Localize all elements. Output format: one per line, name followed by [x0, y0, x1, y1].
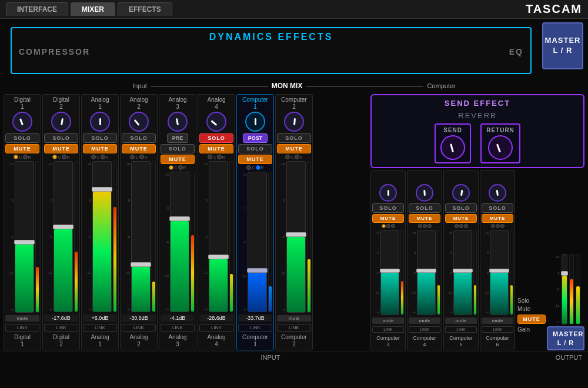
- solo-btn-computer3[interactable]: SOLO: [372, 203, 404, 213]
- meter-computer5: [473, 230, 477, 315]
- link-computer3[interactable]: LINK: [372, 326, 404, 333]
- channel-bottom-analog4: Analog4: [207, 334, 225, 348]
- fader-digital2[interactable]: [54, 161, 73, 312]
- mute-btn-computer4[interactable]: MUTE: [409, 214, 440, 223]
- db-label-digital1: mute: [5, 315, 39, 322]
- db-label-analog4: -28.6dB: [199, 315, 233, 322]
- link-computer5[interactable]: LINK: [445, 326, 477, 333]
- knob-digital1[interactable]: [12, 112, 32, 132]
- fader-computer1[interactable]: [248, 172, 267, 312]
- dynamics-panel: DYNAMICS EFFECTS COMPRESSOR EQ: [11, 27, 532, 74]
- return-label: RETURN: [486, 127, 514, 133]
- tab-effects[interactable]: EFFECTS: [118, 2, 172, 16]
- send-knob[interactable]: [440, 135, 465, 160]
- solo-btn-computer2[interactable]: SOLO: [277, 133, 311, 143]
- fader-digital1[interactable]: [15, 161, 34, 313]
- knob-analog3[interactable]: [168, 112, 188, 132]
- channel-strip-computer6: C6 SOLO MUTE +60-6-12∞: [480, 170, 515, 350]
- db-label-analog1: +6.0dB: [83, 315, 117, 322]
- master-lr-top[interactable]: MASTER L / R: [542, 22, 583, 69]
- knob-analog4[interactable]: [206, 112, 226, 132]
- link-computer6[interactable]: LINK: [482, 326, 513, 333]
- fader-analog2[interactable]: [131, 161, 151, 312]
- output-label: OUTPUT: [535, 354, 582, 361]
- knob-analog1[interactable]: [90, 112, 110, 132]
- master-output-column: +60-6-12∞ MASTER L / R: [547, 170, 584, 350]
- compressor-item[interactable]: COMPRESSOR: [19, 47, 90, 56]
- mute-btn-analog1[interactable]: MUTE: [83, 144, 117, 153]
- post-btn-computer1[interactable]: POST: [243, 133, 268, 143]
- fader-computer4[interactable]: [417, 230, 436, 315]
- mute-btn-analog4[interactable]: MUTE: [199, 144, 233, 153]
- mute-btn-digital1[interactable]: MUTE: [5, 144, 39, 153]
- channel-bottom-analog1: Analog1: [91, 334, 109, 348]
- meter-computer4: [437, 230, 440, 315]
- eq-item[interactable]: EQ: [509, 47, 523, 56]
- channel-strip-computer3: C3 SOLO MUTE +60-6-12∞: [370, 170, 406, 350]
- knob-digital2[interactable]: [51, 112, 71, 132]
- mute-btn-computer5[interactable]: MUTE: [445, 214, 477, 223]
- knob-computer5[interactable]: [452, 184, 470, 202]
- link-digital1[interactable]: LINK: [5, 324, 39, 332]
- solo-btn-analog1[interactable]: SOLO: [83, 133, 117, 143]
- channel-name-digital2: Digital2: [53, 96, 69, 111]
- fader-computer2[interactable]: [286, 161, 306, 313]
- solo-btn-computer5[interactable]: SOLO: [445, 203, 477, 213]
- solo-btn-computer4[interactable]: SOLO: [409, 203, 440, 213]
- channel-strip-digital2: Digital2 SOLO MUTE C R +60-6-12∞: [42, 94, 80, 350]
- top-bar: INTERFACE MIXER EFFECTS TASCAM: [0, 0, 588, 19]
- channel-bottom-computer4: Computer4: [413, 335, 436, 348]
- link-analog1[interactable]: LINK: [83, 324, 117, 332]
- send-effect-title: SEND EFFECT: [445, 99, 510, 108]
- mute-btn-computer1[interactable]: MUTE: [238, 155, 272, 164]
- link-computer2[interactable]: LINK: [277, 324, 311, 332]
- pre-btn-analog3[interactable]: PRE: [167, 133, 189, 143]
- knob-computer2[interactable]: [284, 112, 304, 132]
- channel-strip-computer4: C4 SOLO MUTE +60-6-12∞: [407, 170, 442, 350]
- solo-btn-computer1[interactable]: SOLO: [238, 144, 272, 153]
- db-label-computer4: mute: [409, 317, 440, 324]
- solo-btn-analog3[interactable]: SOLO: [161, 144, 195, 153]
- channel-bottom-computer3: Computer3: [376, 335, 400, 348]
- mute-btn-computer2[interactable]: MUTE: [277, 144, 311, 153]
- tab-mixer[interactable]: MIXER: [71, 2, 115, 16]
- link-computer4[interactable]: LINK: [409, 326, 440, 333]
- knob-computer6[interactable]: [489, 184, 506, 202]
- fader-computer5[interactable]: [453, 230, 472, 315]
- mute-right-btn[interactable]: MUTE: [517, 315, 546, 324]
- knob-computer3[interactable]: [379, 184, 397, 202]
- fader-analog1[interactable]: [92, 161, 112, 312]
- fader-analog3[interactable]: [170, 172, 189, 312]
- knob-analog2[interactable]: [129, 112, 149, 132]
- solo-btn-analog2[interactable]: SOLO: [122, 133, 156, 143]
- fader-computer6[interactable]: [490, 230, 509, 315]
- master-lr-output-btn[interactable]: MASTER L / R: [547, 326, 584, 350]
- master-fader-l[interactable]: [562, 254, 567, 325]
- solo-btn-computer6[interactable]: SOLO: [482, 203, 513, 213]
- channel-strip-computer2: Computer2 SOLO MUTE C R +60-6-12∞: [275, 94, 313, 350]
- mute-btn-analog3[interactable]: MUTE: [161, 155, 195, 164]
- knob-computer1[interactable]: [245, 112, 265, 132]
- return-knob[interactable]: [488, 135, 513, 160]
- link-computer1[interactable]: LINK: [238, 324, 272, 332]
- solo-btn-analog4[interactable]: SOLO: [199, 133, 233, 143]
- fader-analog4[interactable]: [209, 161, 228, 312]
- mute-btn-computer6[interactable]: MUTE: [482, 214, 513, 223]
- meter-analog2: [152, 161, 156, 312]
- knob-computer4[interactable]: [416, 184, 433, 202]
- fader-computer3[interactable]: [380, 230, 399, 315]
- channel-bottom-computer5: Computer5: [449, 335, 473, 348]
- mute-btn-digital2[interactable]: MUTE: [44, 144, 78, 153]
- dynamics-title: DYNAMICS EFFECTS: [19, 32, 523, 42]
- link-analog3[interactable]: LINK: [161, 324, 195, 332]
- link-analog4[interactable]: LINK: [199, 324, 233, 332]
- mute-btn-computer3[interactable]: MUTE: [372, 214, 404, 223]
- solo-btn-digital1[interactable]: SOLO: [5, 133, 39, 143]
- link-analog2[interactable]: LINK: [122, 324, 156, 332]
- mute-btn-analog2[interactable]: MUTE: [122, 144, 156, 153]
- solo-btn-digital2[interactable]: SOLO: [44, 133, 78, 143]
- tab-interface[interactable]: INTERFACE: [6, 2, 68, 16]
- mon-mix-input: Input: [132, 82, 146, 89]
- link-digital2[interactable]: LINK: [44, 324, 78, 332]
- meter-digital2: [74, 161, 78, 312]
